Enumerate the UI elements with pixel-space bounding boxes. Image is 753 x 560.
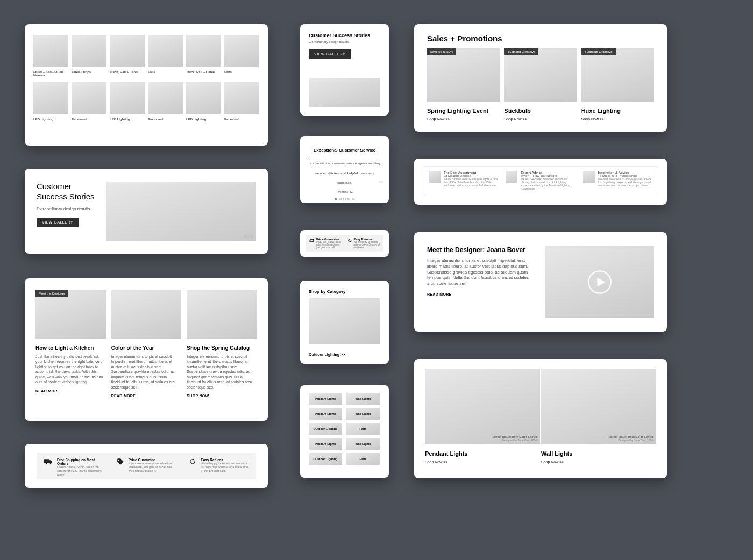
promo-title: Huxe Lighting	[581, 107, 654, 114]
promo-cta[interactable]: Shop Now >>	[427, 117, 500, 121]
cat-label: Recessed	[224, 118, 259, 121]
cat-label: LED Lighting	[33, 118, 68, 121]
hero-tile[interactable]: Lorem Ipsum from Dolor Somet Designed by…	[541, 369, 656, 464]
promo-tile[interactable]: Save up to 30% Spring Lighting Event Sho…	[427, 48, 500, 121]
benefit-title: Easy Returns	[201, 458, 248, 462]
read-more-link[interactable]: READ MORE	[111, 394, 182, 398]
cat-tile[interactable]: Flush + Semi-Flush Mounts	[33, 35, 68, 82]
mini-cat-tile[interactable]: Outdoor Lighting	[309, 453, 342, 465]
author: - Michael S.	[308, 190, 381, 193]
cat-tile[interactable]: Recessed	[224, 82, 259, 126]
mini-cat-label: Outdoor Lighting	[314, 427, 338, 430]
cat-label: Recessed	[72, 118, 106, 121]
play-icon	[587, 270, 612, 295]
cat-label: Track, Rail + Cable	[186, 70, 221, 74]
article-tile[interactable]: Color of the Year Integer elementum, tur…	[111, 290, 182, 398]
cat-tile[interactable]: Recessed	[148, 82, 183, 126]
hero-tile[interactable]: Lorem Ipsum from Dolor Somet Designed by…	[425, 369, 540, 464]
article-title: Color of the Year	[111, 345, 182, 351]
quote-bold: so efficient and helpful	[323, 171, 358, 175]
video-thumbnail[interactable]	[545, 246, 654, 318]
cat-label: Track, Rail + Cable	[110, 70, 145, 74]
mini-cat-label: Fans	[360, 457, 367, 461]
cat-tile[interactable]: Table Lamps	[72, 35, 106, 82]
read-more-link[interactable]: READ MORE	[427, 292, 536, 296]
category-image[interactable]	[309, 298, 380, 344]
mini-cat-label: Wall Lights	[355, 397, 371, 400]
promo-cta[interactable]: Shop Now >>	[504, 117, 577, 121]
mini-cat-tile[interactable]: Fans	[346, 453, 380, 465]
promo-cta[interactable]: Shop Now >>	[581, 117, 654, 121]
mini-promo: ↻ Easy Returns We're happy to accept ret…	[347, 238, 381, 249]
info-item: The Best Assortment Of Modern Lighting W…	[429, 171, 498, 190]
card-testimonial: Exceptional Customer Service “ I spoke w…	[300, 136, 389, 203]
dot-icon[interactable]	[347, 198, 350, 200]
card-mini-category-grid: Pendant Lights Wall Lights Pendant Light…	[300, 385, 389, 478]
promo-title: Spring Lighting Event	[427, 107, 500, 114]
hero-cta[interactable]: Shop Now >>	[541, 460, 656, 464]
benefit-item: Easy Returns We're happy to accept retur…	[189, 458, 248, 474]
benefit-body: Orders over $75 ship free to the contine…	[57, 465, 104, 477]
mini-cat-tile[interactable]: Pendant Lights	[309, 393, 342, 405]
heading-line1: Customer	[37, 182, 101, 192]
mini-cat-tile[interactable]: Outdoor Lighting	[309, 423, 342, 435]
cat-label: Fans	[148, 70, 183, 74]
card-success-wide: Customer Success Stories Extraordinary d…	[25, 169, 268, 254]
promo-body: We're happy to accept returns within 30 …	[354, 241, 381, 249]
mini-cat-tile[interactable]: Wall Lights	[346, 393, 380, 405]
article-tile[interactable]: Shop the Spring Catalog Integer elementu…	[187, 290, 257, 398]
cat-tile[interactable]: LED Lighting	[33, 82, 68, 126]
promo-tag: Save up to 30%	[427, 48, 456, 55]
cat-tile[interactable]: Recessed	[72, 82, 106, 126]
info-item: Expert Advice When + How You Need It 100…	[506, 171, 575, 190]
cat-tile[interactable]: Fans	[148, 35, 183, 82]
mini-cat-tile[interactable]: Pendant Lights	[309, 438, 342, 450]
heading-line2: Success Stories	[37, 192, 101, 202]
promo-title: Stickbulb	[504, 107, 577, 114]
read-more-link[interactable]: READ MORE	[35, 389, 106, 393]
heading: Shop by Category	[309, 289, 380, 294]
promo-tile[interactable]: YLighting Exclusive Huxe Lighting Shop N…	[581, 48, 654, 121]
hero-cta[interactable]: Shop Now >>	[425, 460, 540, 464]
shop-now-link[interactable]: SHOP NOW	[187, 394, 257, 398]
benefit-title: Price Guarantee	[129, 458, 176, 462]
mini-cat-label: Wall Lights	[355, 412, 371, 415]
dot-active-icon[interactable]	[335, 198, 337, 200]
heading: Sales + Promotions	[427, 34, 654, 43]
dot-icon[interactable]	[352, 198, 354, 200]
card-dual-hero: Lorem Ipsum from Dolor Somet Designed by…	[414, 359, 667, 478]
mini-cat-tile[interactable]: Wall Lights	[346, 438, 380, 450]
article-body: Integer elementum, turpis et suscipit im…	[111, 354, 182, 390]
pagination-dots[interactable]	[308, 198, 381, 200]
refresh-icon	[189, 458, 196, 467]
article-tile[interactable]: Meet the Designer How to Light a Kitchen…	[35, 290, 106, 398]
body: Integer elementum, turpis et suscipit im…	[427, 258, 536, 287]
cat-tile[interactable]: Fans	[224, 35, 259, 82]
promo-body: If you see a lower price advertised else…	[316, 241, 342, 249]
cat-tile[interactable]: Track, Rail + Cable	[110, 35, 145, 82]
dot-icon[interactable]	[339, 198, 342, 200]
mini-cat-label: Outdoor Lighting	[314, 457, 338, 461]
promo-tile[interactable]: YLighting Exclusive Stickbulb Shop Now >…	[504, 48, 577, 121]
card-benefits: Free Shipping on Most Orders Orders over…	[25, 444, 268, 488]
info-body: 100% USA-based customer service by phone…	[521, 177, 575, 190]
cat-label: Table Lamps	[72, 70, 106, 74]
view-gallery-button[interactable]: VIEW GALLERY	[37, 218, 79, 227]
tag-icon: 🏷	[309, 238, 314, 243]
mini-cat-tile[interactable]: Wall Lights	[346, 408, 380, 420]
cat-tile[interactable]: LED Lighting	[110, 82, 145, 126]
mini-cat-tile[interactable]: Pendant Lights	[309, 408, 342, 420]
category-link[interactable]: Outdoor Lighting >>	[309, 353, 380, 356]
cat-tile[interactable]: LED Lighting	[186, 82, 221, 126]
dot-icon[interactable]	[343, 198, 346, 200]
heading: Meet the Designer: Joana Bover	[427, 246, 536, 254]
view-gallery-button[interactable]: VIEW GALLERY	[309, 49, 351, 59]
info-body: We offer more than 60 how-to guides, adv…	[598, 177, 652, 187]
heading: Exceptional Customer Service	[308, 148, 381, 153]
cat-label: Flush + Semi-Flush Mounts	[33, 70, 68, 77]
caption-sub: Designed by Jane Doe, 1964	[608, 439, 653, 442]
mini-promo: 🏷 Price Guarantee If you see a lower pri…	[309, 238, 342, 249]
mini-cat-tile[interactable]: Fans	[346, 423, 380, 435]
cat-tile[interactable]: Track, Rail + Cable	[186, 35, 221, 82]
cat-label: Fans	[224, 70, 259, 74]
